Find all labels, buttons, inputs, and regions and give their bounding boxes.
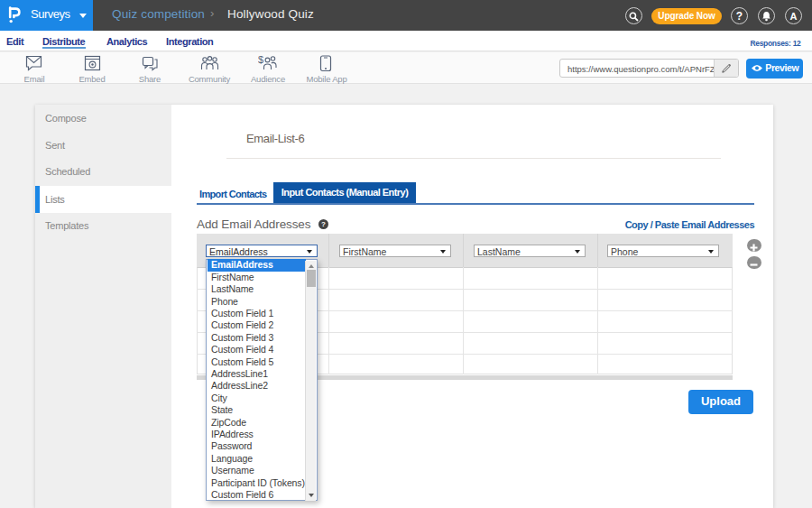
svg-text:$: $ — [258, 55, 263, 65]
